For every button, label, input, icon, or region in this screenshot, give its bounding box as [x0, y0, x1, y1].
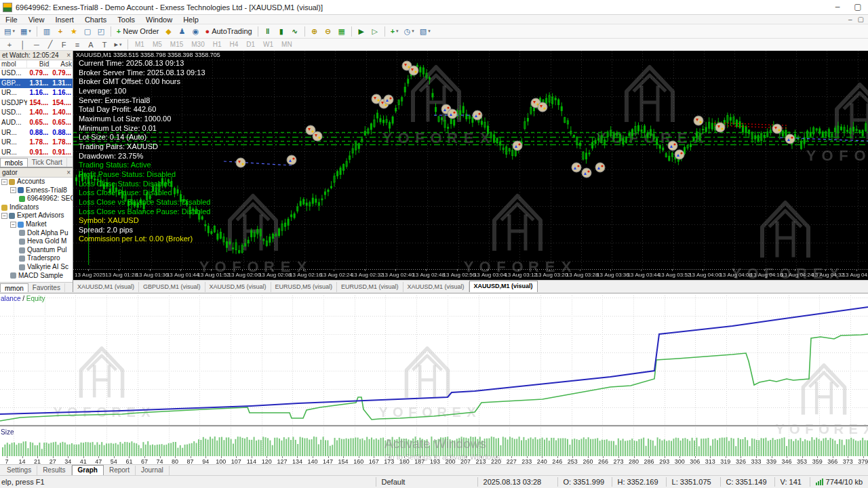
- strategy-tester-toggle-button[interactable]: ◰: [95, 25, 107, 37]
- navigator-item-accounts[interactable]: −Accounts: [0, 178, 73, 186]
- menu-item-help[interactable]: Help: [178, 15, 204, 24]
- menu-item-charts[interactable]: Charts: [79, 15, 112, 24]
- chart-minimize-button[interactable]: –: [848, 16, 852, 23]
- navigator-item-quantum-pul[interactable]: Quantum Pul: [0, 246, 73, 255]
- maximize-button[interactable]: ▢: [848, 1, 868, 14]
- navigator-item-market[interactable]: −Market: [0, 220, 73, 229]
- chart-tab-1[interactable]: GBPUSD,M1 (visual): [139, 282, 205, 292]
- status-profile[interactable]: Default: [376, 477, 477, 487]
- market-watch-column-1[interactable]: Bid: [27, 60, 50, 68]
- navigator-item-69649962-sec[interactable]: 69649962: SEC: [0, 195, 73, 203]
- timeframe-mn-button[interactable]: MN: [278, 39, 296, 50]
- tester-tab-results[interactable]: Results: [37, 466, 71, 475]
- navigator-item-macd-sample[interactable]: MACD Sample: [0, 272, 73, 281]
- new-order-button[interactable]: +New Order: [115, 25, 161, 37]
- chart-tab-5[interactable]: XAUUSD,M1 (visual): [403, 282, 469, 292]
- menu-item-insert[interactable]: Insert: [50, 15, 79, 24]
- templates-button[interactable]: ▧▾: [418, 25, 433, 37]
- navigator-item-expert-advisors[interactable]: −Expert Advisors: [0, 211, 73, 220]
- vertical-line-tool-button[interactable]: │: [17, 39, 29, 51]
- chart-restore-button[interactable]: ▢: [858, 16, 864, 23]
- metaeditor-button[interactable]: ◆: [162, 25, 174, 37]
- chart-tab-3[interactable]: EURUSD,M5 (visual): [271, 282, 338, 292]
- tree-collapse-icon[interactable]: −: [10, 187, 16, 193]
- text-tool-button[interactable]: A: [85, 39, 97, 51]
- community-button[interactable]: ◉: [189, 25, 201, 37]
- navigator-item-exness-trial8[interactable]: −Exness-Trial8: [0, 186, 73, 195]
- market-watch-tab-tick-chart[interactable]: Tick Chart: [28, 158, 67, 167]
- close-icon[interactable]: ×: [66, 52, 71, 59]
- zoom-out-button[interactable]: ⊖: [322, 25, 334, 37]
- timeframe-m5-button[interactable]: M5: [149, 39, 165, 50]
- menu-item-window[interactable]: Window: [140, 15, 178, 24]
- menu-item-tools[interactable]: Tools: [112, 15, 140, 24]
- market-watch-row-AUD[interactable]: AUD...0.65...0.65...: [0, 118, 73, 128]
- timeframe-w1-button[interactable]: W1: [260, 39, 277, 50]
- zoom-in-button[interactable]: ⊕: [309, 25, 321, 37]
- tree-collapse-icon[interactable]: −: [1, 179, 7, 185]
- horizontal-line-tool-button[interactable]: ─: [31, 39, 43, 51]
- timeframe-m15-button[interactable]: M15: [167, 39, 186, 50]
- market-watch-row-UR[interactable]: UR...1.78...1.78...: [0, 138, 73, 148]
- tile-windows-button[interactable]: ▦: [336, 25, 348, 37]
- menu-item-file[interactable]: File: [0, 15, 23, 24]
- market-watch-column-0[interactable]: mbol: [0, 60, 27, 68]
- profiles-button[interactable]: ▦▾: [18, 25, 33, 37]
- market-watch-row-GBP[interactable]: GBP...1.31...1.31...: [0, 79, 73, 89]
- chart-bars-button[interactable]: ‖: [262, 25, 274, 37]
- navigator-item-indicators[interactable]: Indicators: [0, 203, 73, 212]
- chart-tab-6[interactable]: XAUUSD,M1 (visual): [469, 281, 538, 292]
- tree-collapse-icon[interactable]: −: [10, 222, 16, 228]
- timeframe-d1-button[interactable]: D1: [243, 39, 258, 50]
- fibonacci-tool-button[interactable]: F: [58, 39, 70, 51]
- chart-candles-button[interactable]: ▮: [275, 25, 288, 37]
- navigator-tab-mmon[interactable]: mmon: [0, 283, 28, 292]
- navigator-item-heva-gold-m[interactable]: Heva Gold M: [0, 237, 73, 246]
- navigator-tab-favorites[interactable]: Favorites: [28, 283, 65, 292]
- data-window-toggle-button[interactable]: +: [54, 25, 66, 37]
- chart-shift-button[interactable]: ▷: [369, 25, 381, 37]
- timeframe-h4-button[interactable]: H4: [226, 39, 242, 50]
- navigator-item-valkyrie-ai-sc[interactable]: Valkyrie AI Sc: [0, 263, 73, 272]
- cycle-lines-tool-button[interactable]: ≡: [71, 39, 83, 51]
- tester-tab-report[interactable]: Report: [104, 466, 136, 475]
- crosshair-tool-button[interactable]: +: [3, 39, 16, 51]
- minimize-button[interactable]: –: [827, 1, 848, 14]
- indicators-button[interactable]: +▾: [389, 25, 401, 37]
- market-watch-row-USD[interactable]: USD...0.79...0.79...: [0, 68, 73, 79]
- market-watch-column-2[interactable]: Ask: [50, 60, 73, 68]
- navigator-item-traderspro[interactable]: Traderspro: [0, 254, 73, 263]
- trendline-tool-button[interactable]: ╱: [44, 39, 56, 51]
- market-watch-row-USDJPY[interactable]: USDJPY154....154....: [0, 98, 73, 108]
- status-datetime: 2025.08.13 03:28: [477, 477, 557, 487]
- chart-tab-2[interactable]: XAUUSD,M5 (visual): [205, 282, 271, 292]
- autotrading-button[interactable]: ●AutoTrading: [203, 25, 254, 37]
- timeframe-m30-button[interactable]: M30: [188, 39, 208, 50]
- market-watch-tab-mbols[interactable]: mbols: [0, 158, 28, 167]
- tester-graph-canvas[interactable]: [0, 293, 868, 465]
- navigator-item-dolt-alpha-pu[interactable]: Dolt Alpha Pu: [0, 229, 73, 238]
- text-label-tool-button[interactable]: T: [98, 39, 111, 51]
- market-watch-row-USD[interactable]: USD...1.40...1.40...: [0, 108, 73, 118]
- timeframe-m1-button[interactable]: M1: [132, 39, 148, 50]
- menu-item-view[interactable]: View: [23, 15, 50, 24]
- terminal-toggle-button[interactable]: ▢: [81, 25, 94, 37]
- experts-properties-button[interactable]: ♟: [176, 25, 188, 37]
- tester-tab-graph[interactable]: Graph: [72, 465, 104, 475]
- chart-tab-4[interactable]: EURUSD,M1 (visual): [337, 282, 403, 292]
- chart-tab-0[interactable]: XAUUSD,M1 (visual): [73, 282, 139, 292]
- tree-collapse-icon[interactable]: −: [1, 213, 7, 219]
- periods-button[interactable]: ◷▾: [402, 25, 416, 37]
- market-watch-row-UR[interactable]: UR...0.88...0.88...: [0, 128, 73, 138]
- new-chart-button[interactable]: ▤▾: [2, 25, 17, 37]
- market-watch-toggle-button[interactable]: ▥: [41, 25, 53, 37]
- auto-scroll-button[interactable]: ▶: [355, 25, 368, 37]
- navigator-toggle-button[interactable]: ★: [68, 25, 80, 37]
- tester-tab-journal[interactable]: Journal: [136, 466, 170, 475]
- market-watch-row-UR[interactable]: UR...1.16...1.16...: [0, 88, 73, 98]
- arrows-tool-button[interactable]: ▸▾: [112, 39, 124, 51]
- close-icon[interactable]: ×: [66, 169, 71, 176]
- tester-tab-settings[interactable]: Settings: [1, 466, 37, 475]
- timeframe-h1-button[interactable]: H1: [210, 39, 225, 50]
- chart-line-button[interactable]: ∿: [289, 25, 301, 37]
